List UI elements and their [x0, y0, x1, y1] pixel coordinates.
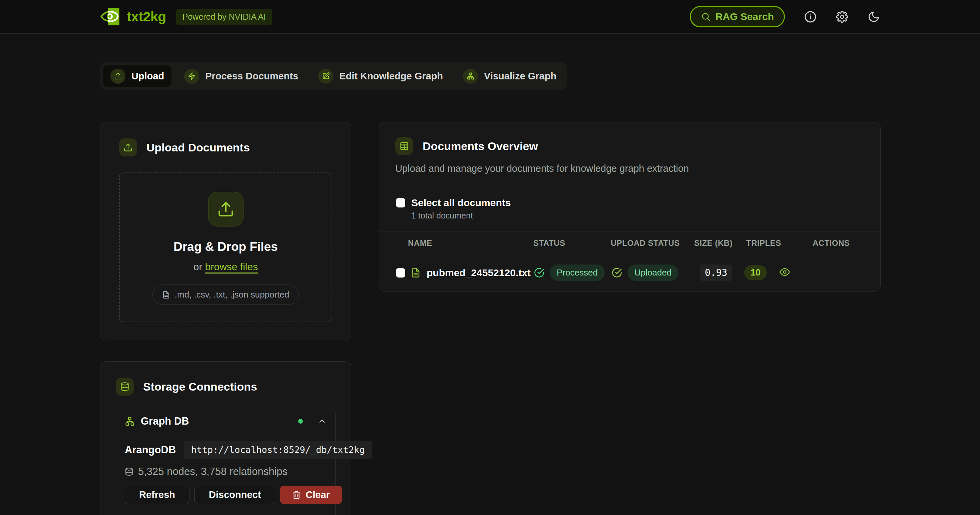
graph-network-icon — [125, 416, 135, 426]
upload-status-cell: Uploaded — [605, 264, 686, 281]
provider-line: ArangoDB http://localhost:8529/_db/txt2k… — [125, 440, 326, 459]
status-cell: Processed — [525, 264, 605, 281]
column-header-triples: TRIPLES — [741, 238, 778, 248]
graph-db-details: ArangoDB http://localhost:8529/_db/txt2k… — [116, 433, 335, 513]
tab-edit-knowledge-graph-label: Edit Knowledge Graph — [339, 71, 443, 82]
graph-db-label: Graph DB — [141, 415, 189, 427]
tab-process-documents-label: Process Documents — [205, 71, 298, 82]
size-cell: 0.93 — [686, 264, 741, 281]
brand: txt2kg Powered by NVIDIA AI — [100, 8, 272, 26]
column-header-status: STATUS — [525, 238, 605, 248]
vector-db-section-toggle[interactable]: Vector DB — [116, 513, 335, 515]
eye-icon — [780, 267, 790, 277]
supported-formats-text: .md, .csv, .txt, .json supported — [175, 289, 289, 300]
dropzone-subtitle: or browse files — [194, 261, 258, 272]
clear-button[interactable]: Clear — [280, 486, 342, 504]
file-text-icon — [410, 268, 421, 278]
upload-icon — [110, 69, 126, 84]
document-filename: pubmed_24552120.txt — [426, 267, 531, 278]
or-text: or — [194, 261, 202, 272]
storage-connections-card: Storage Connections Graph DB — [100, 361, 351, 515]
gear-icon — [836, 11, 848, 23]
tab-upload-label: Upload — [131, 71, 164, 82]
header-actions: RAG Search — [690, 6, 880, 27]
documents-card-subtitle: Upload and manage your documents for kno… — [395, 163, 864, 174]
clear-button-label: Clear — [305, 489, 330, 500]
actions-cell — [778, 267, 880, 278]
disconnect-button[interactable]: Disconnect — [194, 486, 275, 504]
dark-mode-toggle[interactable] — [868, 11, 880, 23]
view-document-button[interactable] — [780, 267, 790, 277]
settings-button[interactable] — [836, 11, 848, 23]
table-icon — [395, 137, 413, 155]
select-all-label: Select all documents — [411, 197, 511, 208]
upload-card-title: Upload Documents — [146, 141, 250, 154]
provider-name: ArangoDB — [125, 444, 176, 456]
powered-by-badge: Powered by NVIDIA AI — [176, 9, 272, 25]
graph-db-actions: Refresh Disconnect Clear — [125, 486, 326, 504]
documents-card-title: Documents Overview — [423, 140, 538, 153]
check-circle-icon — [612, 267, 622, 278]
tab-upload[interactable]: Upload — [103, 65, 172, 87]
trash-icon — [292, 491, 301, 499]
db-connections-panel: Graph DB ArangoDB http://localhost:8529/… — [116, 409, 336, 515]
graph-network-icon — [463, 69, 478, 84]
upload-documents-card: Upload Documents Drag & Drop Files or br… — [100, 122, 351, 341]
chevron-up-icon — [318, 416, 326, 426]
check-circle-icon — [534, 267, 544, 278]
select-all-text-group: Select all documents 1 total document — [411, 197, 511, 221]
info-button[interactable] — [804, 11, 816, 23]
nvidia-logo-icon — [100, 8, 119, 26]
documents-card-header: Documents Overview Upload and manage you… — [379, 122, 880, 174]
supported-formats-pill: .md, .csv, .txt, .json supported — [153, 285, 299, 305]
table-row: pubmed_24552120.txt Processed Uploaded 0… — [379, 255, 880, 291]
column-header-upload-status: UPLOAD STATUS — [605, 238, 686, 248]
database-icon — [125, 467, 134, 476]
tab-edit-knowledge-graph[interactable]: Edit Knowledge Graph — [311, 65, 450, 87]
uploaded-badge: Uploaded — [627, 264, 678, 281]
table-header: NAME STATUS UPLOAD STATUS SIZE (KB) TRIP… — [379, 231, 880, 255]
column-header-size: SIZE (KB) — [686, 238, 741, 248]
column-header-actions: ACTIONS — [778, 238, 880, 248]
select-all-row: Select all documents 1 total document — [379, 185, 880, 231]
upload-icon — [208, 192, 243, 226]
main-content: Upload Process Documents Edit Knowledge … — [0, 34, 980, 515]
processed-badge: Processed — [550, 264, 605, 281]
storage-card-title: Storage Connections — [143, 380, 257, 393]
connected-status-dot — [298, 419, 303, 424]
file-dropzone[interactable]: Drag & Drop Files or browse files .md, .… — [119, 172, 332, 322]
row-checkbox[interactable] — [396, 268, 405, 278]
refresh-button[interactable]: Refresh — [125, 486, 189, 504]
rag-search-label: RAG Search — [716, 11, 774, 22]
upload-icon — [119, 138, 137, 156]
column-header-name: NAME — [379, 238, 525, 248]
graph-db-section-toggle[interactable]: Graph DB — [116, 409, 335, 433]
graph-stats-text: 5,325 nodes, 3,758 relationships — [138, 466, 288, 478]
app-header: txt2kg Powered by NVIDIA AI RAG Search — [0, 0, 980, 34]
browse-files-link[interactable]: browse files — [205, 261, 258, 272]
edit-icon — [318, 69, 333, 84]
tab-bar: Upload Process Documents Edit Knowledge … — [100, 62, 567, 90]
tab-visualize-graph[interactable]: Visualize Graph — [456, 65, 564, 87]
tab-process-documents[interactable]: Process Documents — [177, 65, 305, 87]
dropzone-title: Drag & Drop Files — [173, 240, 278, 254]
triples-cell: 10 — [741, 265, 778, 280]
database-icon — [116, 378, 134, 396]
content-grid: Upload Documents Drag & Drop Files or br… — [100, 122, 880, 515]
info-icon — [804, 11, 816, 23]
graph-db-status-group — [298, 416, 326, 426]
triples-count-badge: 10 — [744, 265, 767, 280]
upload-card-header: Upload Documents — [119, 138, 332, 156]
rag-search-button[interactable]: RAG Search — [690, 6, 785, 27]
app-title: txt2kg — [127, 9, 166, 25]
file-icon — [162, 291, 170, 299]
document-name-cell: pubmed_24552120.txt — [379, 267, 525, 278]
connection-url: http://localhost:8529/_db/txt2kg — [184, 440, 372, 459]
zap-icon — [184, 69, 199, 84]
search-icon — [701, 12, 711, 22]
storage-card-header: Storage Connections — [116, 378, 336, 396]
document-count-text: 1 total document — [411, 211, 511, 221]
graph-stats-line: 5,325 nodes, 3,758 relationships — [125, 466, 326, 478]
documents-overview-card: Documents Overview Upload and manage you… — [379, 122, 881, 292]
select-all-checkbox[interactable] — [396, 198, 405, 207]
